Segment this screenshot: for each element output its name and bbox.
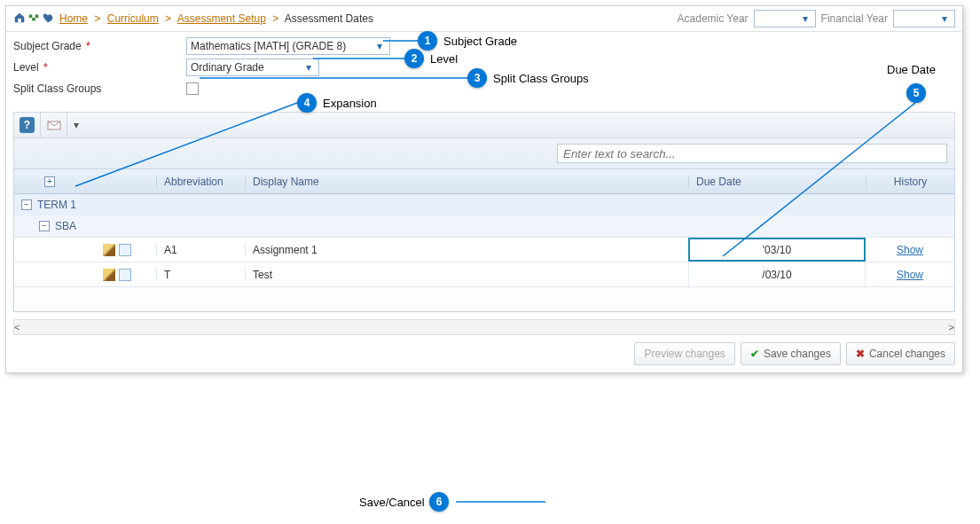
- subject-grade-value: Mathematics [MATH] (GRADE 8): [191, 40, 346, 52]
- group-label: SBA: [55, 220, 76, 232]
- callout-3-label: Split Class Groups: [493, 72, 589, 85]
- callout-2-label: Level: [430, 52, 458, 66]
- mail-button[interactable]: [41, 113, 67, 137]
- callout-4-label: Expansion: [323, 97, 377, 110]
- action-bar: Preview changes ✔Save changes ✖Cancel ch…: [6, 335, 962, 372]
- callout-4: 4: [297, 93, 317, 113]
- split-class-groups-checkbox[interactable]: [186, 82, 199, 95]
- collapse-icon[interactable]: −: [21, 199, 32, 210]
- collapse-icon[interactable]: −: [39, 221, 50, 231]
- breadcrumb-sep: >: [94, 12, 100, 25]
- search-input[interactable]: [557, 144, 947, 163]
- check-icon: ✔: [750, 348, 759, 360]
- callout-5-label: Due Date: [887, 63, 936, 76]
- grid-toolbar: ? ▾: [13, 112, 955, 138]
- home-icon[interactable]: [13, 12, 26, 27]
- chevron-down-icon: ▾: [373, 40, 386, 52]
- required-marker: *: [41, 61, 48, 74]
- chevron-down-icon: ▾: [302, 61, 315, 74]
- history-link[interactable]: Show: [897, 269, 923, 281]
- app-window: Home > Curriculum > Assessment Setup > A…: [5, 5, 963, 373]
- split-class-groups-label: Split Class Groups: [13, 82, 101, 95]
- horizontal-scrollbar[interactable]: <>: [13, 319, 955, 335]
- cell-due-date[interactable]: '03/10: [688, 238, 866, 262]
- group-row-term1[interactable]: − TERM 1: [14, 194, 954, 215]
- preview-changes-button[interactable]: Preview changes: [634, 342, 734, 365]
- grid-header: + Abbreviation Display Name Due Date His…: [14, 169, 954, 194]
- chevron-down-icon: ▾: [938, 12, 951, 25]
- callout-1: 1: [418, 31, 437, 51]
- col-header-due-date[interactable]: Due Date: [688, 176, 866, 188]
- cell-abbr: T: [156, 269, 245, 281]
- subject-grade-select[interactable]: Mathematics [MATH] (GRADE 8) ▾: [186, 37, 390, 55]
- breadcrumb-current: Assessment Dates: [285, 12, 373, 25]
- save-changes-button[interactable]: ✔Save changes: [741, 342, 841, 365]
- help-button[interactable]: ?: [14, 113, 41, 137]
- edit-icon[interactable]: [103, 244, 115, 256]
- callout-3: 3: [467, 68, 487, 88]
- breadcrumb-assessment-setup[interactable]: Assessment Setup: [177, 12, 266, 25]
- level-label: Level: [13, 61, 39, 74]
- group-label: TERM 1: [37, 199, 76, 211]
- table-row[interactable]: T Test /03/10 Show: [14, 262, 954, 286]
- edit-icon[interactable]: [103, 269, 115, 281]
- cell-due-date[interactable]: /03/10: [688, 262, 866, 286]
- col-header-history[interactable]: History: [866, 176, 954, 188]
- col-header-abbreviation[interactable]: Abbreviation: [156, 176, 245, 188]
- select-checkbox[interactable]: [119, 244, 131, 256]
- callout-1-label: Subject Grade: [443, 35, 517, 48]
- toolbar-dropdown[interactable]: ▾: [67, 119, 85, 131]
- academic-year-label: Academic Year: [678, 12, 749, 25]
- level-value: Ordinary Grade: [191, 61, 264, 74]
- callout-5: 5: [906, 83, 926, 103]
- heart-icon[interactable]: [42, 12, 54, 27]
- cell-abbr: A1: [156, 244, 245, 256]
- financial-year-label: Financial Year: [821, 12, 888, 25]
- callout-6-label: Save/Cancel: [359, 496, 425, 509]
- expand-all-toggle[interactable]: +: [44, 176, 55, 187]
- breadcrumb-sep: >: [272, 12, 278, 25]
- breadcrumb-home[interactable]: Home: [59, 12, 88, 25]
- group-row-sba[interactable]: − SBA: [14, 215, 954, 237]
- chevron-down-icon: ▾: [799, 12, 811, 25]
- financial-year-select[interactable]: ▾: [893, 10, 955, 27]
- cell-display-name: Assignment 1: [245, 244, 688, 256]
- callout-2: 2: [404, 49, 424, 68]
- assessment-grid: + Abbreviation Display Name Due Date His…: [13, 168, 955, 312]
- puzzle-icon[interactable]: [27, 12, 40, 27]
- cancel-changes-button[interactable]: ✖Cancel changes: [846, 342, 955, 365]
- breadcrumb: Home > Curriculum > Assessment Setup > A…: [59, 12, 373, 25]
- history-link[interactable]: Show: [897, 244, 923, 256]
- level-select[interactable]: Ordinary Grade ▾: [186, 59, 319, 76]
- breadcrumb-curriculum[interactable]: Curriculum: [107, 12, 159, 25]
- table-row[interactable]: A1 Assignment 1 '03/10 Show: [14, 237, 954, 262]
- subject-grade-label: Subject Grade: [13, 40, 82, 52]
- cross-icon: ✖: [856, 348, 865, 360]
- grid-footer: [14, 286, 954, 311]
- breadcrumb-sep: >: [165, 12, 171, 25]
- required-marker: *: [83, 40, 90, 52]
- callout-6: 6: [429, 492, 449, 512]
- cell-display-name: Test: [245, 269, 688, 281]
- topbar: Home > Curriculum > Assessment Setup > A…: [6, 6, 962, 32]
- select-checkbox[interactable]: [119, 269, 131, 281]
- academic-year-select[interactable]: ▾: [754, 10, 816, 27]
- col-header-display-name[interactable]: Display Name: [245, 176, 688, 188]
